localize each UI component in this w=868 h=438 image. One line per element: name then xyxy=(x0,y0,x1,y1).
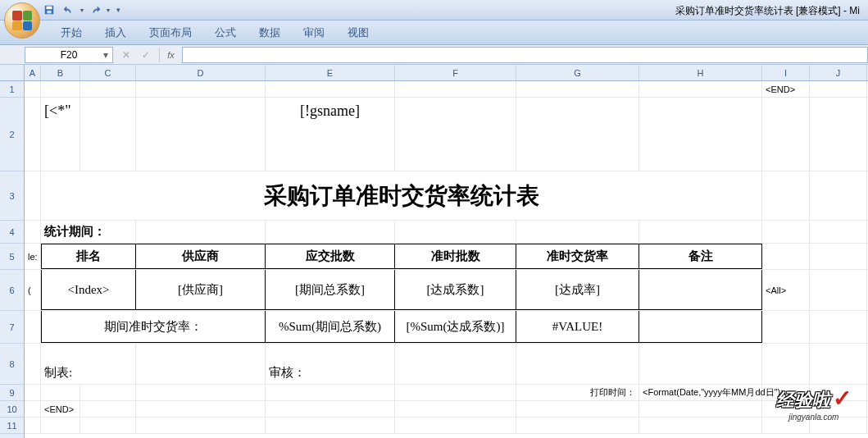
cell[interactable] xyxy=(266,401,395,417)
cell[interactable] xyxy=(810,311,867,343)
cell[interactable] xyxy=(810,98,867,171)
cell[interactable] xyxy=(80,417,136,433)
cell[interactable]: <All> xyxy=(762,270,810,310)
cell[interactable] xyxy=(136,385,266,400)
cell[interactable] xyxy=(395,385,516,400)
cell[interactable] xyxy=(25,221,41,243)
cell[interactable] xyxy=(41,385,80,400)
row-header[interactable]: 7 xyxy=(0,311,24,344)
row-header[interactable]: 8 xyxy=(0,344,24,385)
name-box[interactable]: F20 ▾ xyxy=(25,47,113,63)
cell[interactable] xyxy=(516,221,639,243)
col-header[interactable]: A xyxy=(25,65,41,80)
cell[interactable] xyxy=(25,171,41,220)
cell[interactable] xyxy=(266,385,395,400)
cell[interactable] xyxy=(762,244,810,269)
tab-view[interactable]: 视图 xyxy=(336,21,380,44)
cell[interactable]: 打印时间： xyxy=(516,385,639,400)
cell[interactable] xyxy=(516,401,639,417)
row-header[interactable]: 3 xyxy=(0,171,24,221)
tab-formulas[interactable]: 公式 xyxy=(203,21,248,44)
table-header[interactable]: 供应商 xyxy=(136,244,266,269)
cell[interactable] xyxy=(266,81,395,97)
cell[interactable] xyxy=(395,81,516,97)
cell[interactable]: 审核： xyxy=(266,344,395,384)
tab-data[interactable]: 数据 xyxy=(248,21,292,44)
cell[interactable] xyxy=(25,311,41,343)
col-header[interactable]: H xyxy=(639,65,762,80)
cell[interactable] xyxy=(810,344,867,384)
table-header[interactable]: 应交批数 xyxy=(266,244,395,269)
cell[interactable]: [<*" xyxy=(41,98,80,171)
cell[interactable]: 统计期间： xyxy=(41,221,136,243)
office-button[interactable] xyxy=(4,2,40,39)
cell[interactable] xyxy=(136,98,266,171)
cell[interactable] xyxy=(136,344,266,384)
row-header[interactable]: 6 xyxy=(0,270,24,311)
save-button[interactable] xyxy=(41,2,57,18)
cell[interactable] xyxy=(136,221,266,243)
cell[interactable] xyxy=(25,417,41,433)
table-cell[interactable] xyxy=(639,270,762,310)
report-title[interactable]: 采购订单准时交货率统计表 xyxy=(41,171,762,220)
cell[interactable] xyxy=(266,221,395,243)
cell[interactable] xyxy=(639,98,762,171)
table-header[interactable]: 排名 xyxy=(41,244,136,269)
row-header[interactable]: 10 xyxy=(0,401,24,417)
cell[interactable] xyxy=(80,401,136,417)
col-header[interactable]: D xyxy=(136,65,266,80)
cell[interactable] xyxy=(810,221,867,243)
summary-cell[interactable]: %Sum(期间总系数) xyxy=(266,311,395,343)
cell[interactable] xyxy=(136,81,266,97)
col-header[interactable]: J xyxy=(810,65,867,80)
cell[interactable] xyxy=(516,98,639,171)
col-header[interactable]: G xyxy=(516,65,639,80)
redo-button[interactable] xyxy=(87,2,103,18)
cell[interactable] xyxy=(639,221,762,243)
table-cell[interactable]: <Index> xyxy=(41,270,136,310)
tab-home[interactable]: 开始 xyxy=(49,21,93,44)
row-header[interactable]: 9 xyxy=(0,385,24,401)
cell[interactable] xyxy=(395,417,516,433)
col-header[interactable]: F xyxy=(395,65,516,80)
qat-customize-icon[interactable]: ▾ xyxy=(116,6,120,14)
name-box-dropdown-icon[interactable]: ▾ xyxy=(99,49,112,61)
cell[interactable] xyxy=(25,401,41,417)
cell[interactable] xyxy=(25,344,41,384)
summary-cell[interactable] xyxy=(639,311,762,343)
cell[interactable] xyxy=(516,344,639,384)
cell[interactable] xyxy=(25,385,41,400)
cell[interactable] xyxy=(395,221,516,243)
col-header[interactable]: C xyxy=(80,65,136,80)
cell[interactable] xyxy=(762,221,810,243)
summary-cell[interactable]: [%Sum(达成系数)] xyxy=(395,311,516,343)
cell[interactable] xyxy=(762,98,810,171)
col-header[interactable]: I xyxy=(762,65,810,80)
cell[interactable] xyxy=(810,171,867,220)
undo-dropdown-icon[interactable]: ▾ xyxy=(80,7,84,14)
cell[interactable] xyxy=(639,81,762,97)
row-header[interactable]: 5 xyxy=(0,244,24,270)
cell[interactable] xyxy=(80,385,136,400)
tab-insert[interactable]: 插入 xyxy=(93,21,138,44)
cell[interactable] xyxy=(136,401,266,417)
row-header[interactable]: 11 xyxy=(0,417,24,434)
cell[interactable] xyxy=(395,98,516,171)
cell[interactable]: [!gsname] xyxy=(266,98,395,171)
cell[interactable] xyxy=(639,401,762,417)
cell[interactable] xyxy=(762,344,810,384)
row-header[interactable]: 4 xyxy=(0,221,24,244)
table-header[interactable]: 准时交货率 xyxy=(516,244,639,269)
cell[interactable] xyxy=(810,81,867,97)
cell[interactable]: <END> xyxy=(762,81,810,97)
cell[interactable] xyxy=(762,171,810,220)
col-header[interactable]: E xyxy=(266,65,395,80)
cell[interactable] xyxy=(810,270,867,310)
cell[interactable]: ( xyxy=(25,270,41,310)
summary-label[interactable]: 期间准时交货率： xyxy=(41,311,266,343)
cell[interactable] xyxy=(639,417,762,433)
cell[interactable] xyxy=(516,81,639,97)
error-cell[interactable]: #VALUE! xyxy=(516,311,639,343)
table-cell[interactable]: [达成率] xyxy=(516,270,639,310)
cell[interactable] xyxy=(41,417,80,433)
